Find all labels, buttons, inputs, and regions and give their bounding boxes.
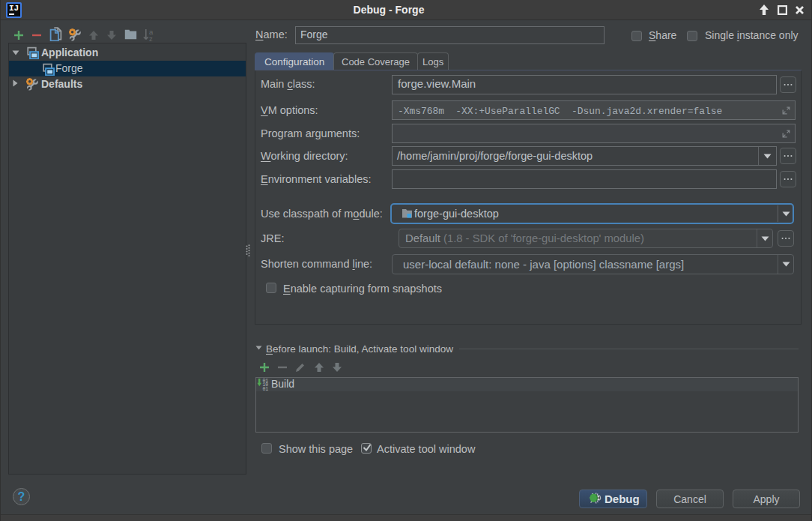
svg-text:01: 01 bbox=[262, 387, 268, 391]
svg-text:z: z bbox=[149, 34, 153, 42]
